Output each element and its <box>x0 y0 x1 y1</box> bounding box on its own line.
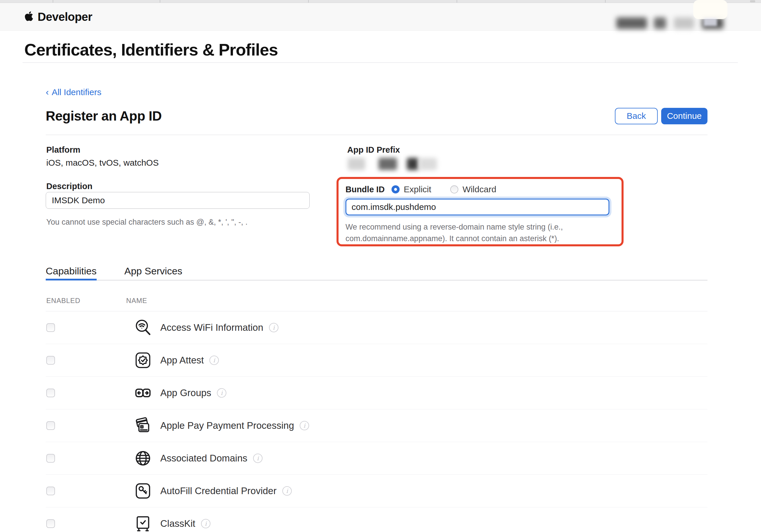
description-label: Description <box>46 182 92 191</box>
capability-row: ClassKit i <box>46 507 707 532</box>
capability-checkbox[interactable] <box>46 389 55 397</box>
capability-checkbox[interactable] <box>46 356 55 365</box>
capability-row: Associated Domains i <box>46 442 707 475</box>
register-app-id-panel: ‹ All Identifiers Register an App ID Bac… <box>46 67 707 532</box>
capability-row: App Attest i <box>46 344 707 377</box>
info-icon[interactable]: i <box>253 453 263 463</box>
app-groups-icon <box>134 384 152 402</box>
bundle-id-input[interactable] <box>345 199 610 215</box>
svg-text:i: i <box>273 324 275 331</box>
apple-developer-brand[interactable]: Developer <box>24 3 92 31</box>
tab-divider <box>457 0 457 3</box>
bundle-id-label: Bundle ID <box>345 185 384 194</box>
tabs: Capabilities App Services <box>46 265 707 281</box>
description-helper: You cannot use special characters such a… <box>46 216 248 228</box>
redacted-text <box>348 158 365 170</box>
back-button[interactable]: Back <box>615 108 658 124</box>
redacted-text <box>419 158 437 170</box>
capabilities-table-header: ENABLED NAME <box>46 297 707 311</box>
svg-text:i: i <box>304 422 306 429</box>
screenshot-artifact <box>704 18 717 26</box>
screenshot-artifact <box>693 0 728 19</box>
info-icon[interactable]: i <box>282 486 292 496</box>
site-header: Developer <box>0 3 761 31</box>
wifi-search-icon <box>134 318 152 337</box>
bundle-id-helper: We recommend using a reverse-domain name… <box>345 221 606 244</box>
capability-row: App Groups i <box>46 377 707 409</box>
capability-name: App Attest <box>160 355 204 366</box>
app-id-prefix-label: App ID Prefix <box>347 145 400 155</box>
payment-cards-icon <box>134 416 152 435</box>
browser-tabstrip <box>0 0 761 3</box>
capabilities-table-body: Access WiFi Information i App Attest i A… <box>46 311 707 532</box>
capability-checkbox[interactable] <box>46 519 55 528</box>
capability-checkbox[interactable] <box>46 487 55 495</box>
tab-app-services[interactable]: App Services <box>124 265 182 281</box>
page-title: Certificates, Identifiers & Profiles <box>24 40 278 59</box>
breadcrumb-label: All Identifiers <box>52 87 101 97</box>
info-icon[interactable]: i <box>268 322 279 333</box>
breadcrumb-all-identifiers[interactable]: ‹ All Identifiers <box>46 87 101 97</box>
redacted-text <box>407 158 418 170</box>
redacted-account-info <box>616 17 647 29</box>
redacted-account-info <box>674 17 694 29</box>
key-icon <box>134 482 152 500</box>
platform-label: Platform <box>46 145 81 155</box>
continue-button[interactable]: Continue <box>661 108 707 124</box>
section-heading: Register an App ID <box>46 108 162 124</box>
capability-checkbox[interactable] <box>46 421 55 430</box>
capability-row: Apple Pay Payment Processing i <box>46 409 707 442</box>
redacted-account-info <box>654 17 666 29</box>
capability-name: AutoFill Credential Provider <box>160 485 277 497</box>
wildcard-radio-option[interactable]: Wildcard <box>450 185 496 194</box>
section-divider <box>46 135 707 135</box>
wildcard-radio-label: Wildcard <box>462 185 496 194</box>
svg-text:i: i <box>213 357 215 364</box>
capability-row: AutoFill Credential Provider i <box>46 475 707 507</box>
capability-name: Apple Pay Payment Processing <box>160 420 294 431</box>
svg-text:i: i <box>205 520 207 527</box>
description-input[interactable] <box>46 192 310 209</box>
tabstrip-thumb <box>750 0 755 2</box>
info-icon[interactable]: i <box>216 388 227 398</box>
svg-text:i: i <box>286 488 288 495</box>
tab-divider <box>53 0 53 3</box>
platform-value: iOS, macOS, tvOS, watchOS <box>46 158 158 168</box>
svg-text:i: i <box>257 455 259 462</box>
svg-text:i: i <box>221 390 223 397</box>
classkit-board-icon <box>134 514 152 532</box>
info-icon[interactable]: i <box>209 355 219 365</box>
chevron-left-icon: ‹ <box>46 87 49 97</box>
radio-unselected-icon[interactable] <box>450 185 458 193</box>
tab-divider <box>605 0 606 3</box>
capability-name: Access WiFi Information <box>160 322 263 333</box>
bundle-id-highlight-box: Bundle ID Explicit Wildcard We recommend… <box>336 177 623 246</box>
globe-icon <box>134 449 152 467</box>
redacted-text <box>379 158 397 170</box>
info-icon[interactable]: i <box>201 518 211 529</box>
info-icon[interactable]: i <box>299 420 310 431</box>
brand-name: Developer <box>37 10 92 24</box>
explicit-radio-label: Explicit <box>404 185 431 194</box>
capability-name: Associated Domains <box>160 453 247 464</box>
capability-name: ClassKit <box>160 518 195 529</box>
tab-capabilities[interactable]: Capabilities <box>46 265 97 281</box>
capability-row: Access WiFi Information i <box>46 311 707 344</box>
tab-divider <box>160 0 160 3</box>
capability-checkbox[interactable] <box>46 323 55 332</box>
apple-logo-icon <box>24 11 33 23</box>
explicit-radio-option[interactable]: Explicit <box>391 185 431 194</box>
column-header-enabled: ENABLED <box>46 297 126 305</box>
radio-selected-icon[interactable] <box>391 185 400 193</box>
capability-name: App Groups <box>160 388 211 399</box>
tab-divider <box>308 0 309 3</box>
capabilities-section: Capabilities App Services ENABLED NAME A… <box>46 265 707 532</box>
column-header-name: NAME <box>126 297 147 305</box>
seal-check-icon <box>134 351 152 369</box>
capability-checkbox[interactable] <box>46 454 55 463</box>
